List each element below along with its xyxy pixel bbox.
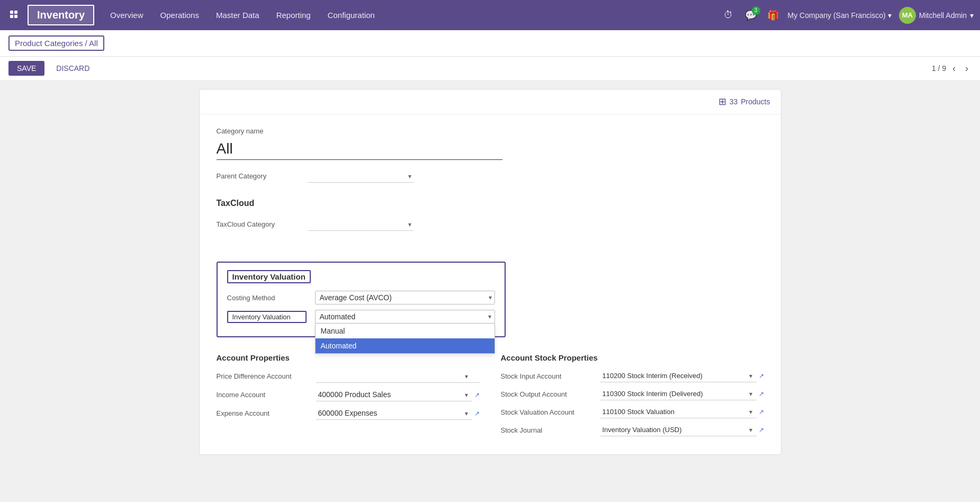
products-label: Products [741, 97, 770, 106]
category-name-field: Category name [217, 127, 764, 160]
user-dropdown-arrow: ▾ [970, 11, 974, 20]
menu-item-master-data[interactable]: Master Data [209, 6, 267, 24]
two-col-sections: Account Properties Price Difference Acco… [217, 353, 764, 442]
inventory-valuation-trigger[interactable]: Automated [315, 310, 495, 324]
stock-properties-title: Account Stock Properties [501, 353, 764, 362]
grid-menu-icon[interactable] [6, 7, 23, 24]
menu-item-reporting[interactable]: Reporting [269, 6, 318, 24]
category-name-input[interactable] [217, 138, 502, 160]
company-selector[interactable]: My Company (San Francisco) ▾ [788, 11, 892, 20]
inventory-valuation-field: Inventory Valuation Automated Manual Aut… [227, 310, 495, 324]
account-properties-title: Account Properties [217, 353, 480, 362]
topnav: Inventory Overview Operations Master Dat… [0, 0, 980, 30]
price-diff-select[interactable] [316, 370, 480, 383]
account-properties-section: Account Properties Price Difference Acco… [217, 353, 480, 442]
user-avatar: MA [899, 7, 916, 24]
stock-journal-select[interactable]: Inventory Valuation (USD) [600, 424, 757, 436]
company-dropdown-arrow: ▾ [888, 11, 892, 20]
user-selector[interactable]: MA Mitchell Admin ▾ [899, 7, 974, 24]
pagination-prev[interactable]: ‹ [949, 62, 959, 75]
action-bar: SAVE DISCARD 1 / 9 ‹ › [0, 57, 980, 80]
taxcloud-category-field: TaxCloud Category [217, 218, 764, 231]
gift-icon[interactable]: 🎁 [766, 8, 780, 23]
option-automated[interactable]: Automated [316, 338, 495, 353]
breadcrumb-bar: Product Categories / All [0, 30, 980, 57]
stock-input-external-link[interactable]: ↗ [759, 372, 764, 380]
inventory-valuation-dropdown-container: Automated Manual Automated [315, 310, 495, 324]
svg-rect-1 [14, 11, 17, 14]
stock-output-external-link[interactable]: ↗ [759, 390, 764, 398]
expense-account-label: Expense Account [217, 409, 312, 417]
stock-input-label: Stock Input Account [501, 372, 596, 380]
expense-account-wrapper: 600000 Expenses ▾ ↗ [316, 407, 480, 420]
parent-category-label: Parent Category [217, 172, 301, 180]
price-diff-label: Price Difference Account [217, 372, 312, 380]
taxcloud-category-wrapper [308, 218, 413, 231]
app-title[interactable]: Inventory [28, 5, 94, 25]
main-content: ⊞ 33 Products Category name Parent Categ… [0, 80, 980, 502]
stock-output-label: Stock Output Account [501, 390, 596, 398]
taxcloud-category-label: TaxCloud Category [217, 220, 301, 228]
stock-input-select[interactable]: 110200 Stock Interim (Received) [600, 370, 757, 382]
costing-method-label: Costing Method [227, 294, 307, 302]
products-button[interactable]: ⊞ 33 Products [718, 96, 770, 107]
card-header: ⊞ 33 Products [200, 89, 781, 114]
income-account-select[interactable]: 400000 Product Sales [316, 388, 472, 401]
income-account-field: Income Account 400000 Product Sales ▾ ↗ [217, 388, 480, 401]
clock-icon[interactable]: ⏱ [721, 8, 736, 23]
costing-method-field: Costing Method Average Cost (AVCO) Stand… [227, 291, 495, 304]
menu-item-overview[interactable]: Overview [103, 6, 151, 24]
parent-category-wrapper [308, 169, 413, 183]
stock-journal-external-link[interactable]: ↗ [759, 426, 764, 434]
stock-valuation-select[interactable]: 110100 Stock Valuation [600, 406, 757, 418]
products-count: 33 [730, 97, 738, 106]
stock-input-wrapper: 110200 Stock Interim (Received) ▾ ↗ [600, 370, 764, 382]
income-account-external-link[interactable]: ↗ [474, 391, 480, 399]
svg-rect-0 [10, 11, 13, 14]
form-card: ⊞ 33 Products Category name Parent Categ… [199, 89, 781, 455]
pagination: 1 / 9 ‹ › [932, 62, 972, 75]
inventory-valuation-label: Inventory Valuation [227, 311, 307, 323]
price-diff-field: Price Difference Account ▾ [217, 370, 480, 383]
inventory-valuation-outer: Inventory Valuation Costing Method Avera… [217, 246, 764, 337]
option-manual[interactable]: Manual [316, 324, 495, 338]
stock-input-field: Stock Input Account 110200 Stock Interim… [501, 370, 764, 382]
stock-valuation-wrapper: 110100 Stock Valuation ▾ ↗ [600, 406, 764, 418]
breadcrumb[interactable]: Product Categories / All [8, 35, 104, 51]
stock-output-select[interactable]: 110300 Stock Interim (Delivered) [600, 388, 757, 400]
stock-journal-label: Stock Journal [501, 426, 596, 434]
expense-account-select[interactable]: 600000 Expenses [316, 407, 472, 420]
menu-item-operations[interactable]: Operations [153, 6, 206, 24]
taxcloud-section: TaxCloud TaxCloud Category [217, 199, 764, 231]
topnav-right: ⏱ 💬 3 🎁 My Company (San Francisco) ▾ MA … [721, 7, 974, 24]
user-name: Mitchell Admin [919, 11, 967, 20]
pagination-text: 1 / 9 [932, 64, 946, 73]
messages-icon[interactable]: 💬 3 [743, 8, 758, 23]
income-account-label: Income Account [217, 391, 312, 399]
parent-category-select[interactable] [308, 169, 413, 183]
inventory-valuation-section: Inventory Valuation Costing Method Avera… [217, 262, 506, 337]
price-diff-wrapper: ▾ [316, 370, 480, 383]
save-button[interactable]: SAVE [8, 61, 44, 76]
costing-method-select[interactable]: Average Cost (AVCO) Standard Price First… [315, 291, 495, 304]
income-account-wrapper: 400000 Product Sales ▾ ↗ [316, 388, 480, 401]
stock-valuation-external-link[interactable]: ↗ [759, 408, 764, 416]
stock-properties-section: Account Stock Properties Stock Input Acc… [501, 353, 764, 442]
discard-button[interactable]: DISCARD [50, 61, 96, 76]
top-menu: Overview Operations Master Data Reportin… [103, 6, 717, 24]
svg-rect-2 [10, 15, 13, 18]
category-name-label: Category name [217, 127, 764, 135]
company-name: My Company (San Francisco) [788, 11, 886, 20]
stock-valuation-label: Stock Valuation Account [501, 408, 596, 416]
inventory-valuation-options: Manual Automated [315, 324, 495, 354]
svg-rect-3 [14, 15, 17, 18]
pagination-next[interactable]: › [962, 62, 972, 75]
taxcloud-category-select[interactable] [308, 218, 413, 231]
parent-category-field: Parent Category [217, 169, 764, 183]
expense-account-external-link[interactable]: ↗ [474, 410, 480, 417]
stock-valuation-field: Stock Valuation Account 110100 Stock Val… [501, 406, 764, 418]
inventory-valuation-title: Inventory Valuation [227, 270, 311, 283]
messages-badge: 3 [752, 6, 760, 15]
taxcloud-title: TaxCloud [217, 199, 764, 208]
menu-item-configuration[interactable]: Configuration [320, 6, 382, 24]
